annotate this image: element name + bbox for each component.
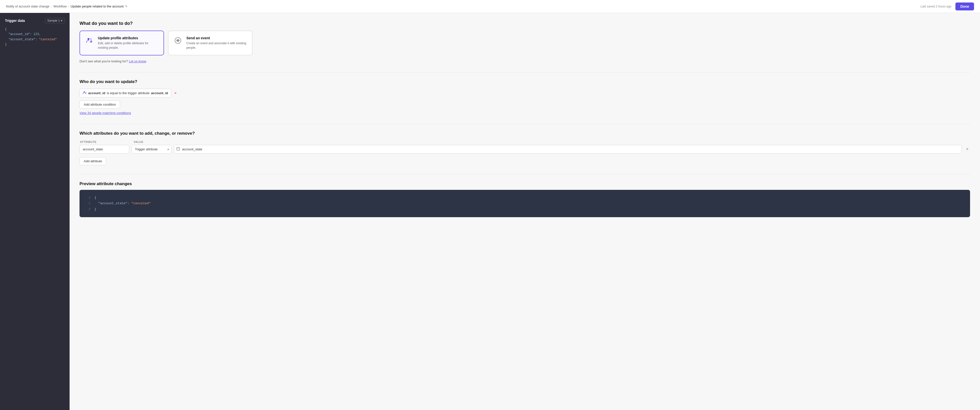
card-update-profile[interactable]: Update profile attributes Edit, add or d…: [80, 30, 164, 56]
card-send-event-title: Send an event: [186, 36, 247, 40]
svg-rect-4: [91, 40, 91, 43]
preview-bracket-open: {: [94, 195, 96, 200]
add-condition-button[interactable]: Add attribute condition: [80, 100, 120, 109]
sidebar-code-val1: 123: [33, 33, 39, 36]
remove-condition-button[interactable]: ×: [173, 91, 177, 96]
svg-point-6: [177, 40, 179, 41]
attr-col-header: ATTRIBUTE: [80, 140, 130, 143]
sidebar-code: { "account_id": 123, "account_state": "c…: [5, 27, 65, 47]
not-seeing-text: Don't see what you're looking for? Let u…: [80, 59, 970, 63]
attribute-row: Trigger attribute Static value Event pro…: [80, 145, 970, 154]
sidebar-code-line4: }: [5, 42, 65, 47]
preview-line-2: 2 "account_state": "canceled": [86, 200, 964, 206]
divider-1: [80, 72, 970, 72]
attr-icon: [83, 91, 87, 95]
update-profile-icon: [85, 36, 94, 45]
condition-attr: account_id: [88, 91, 105, 95]
divider-2: [80, 124, 970, 124]
sidebar-code-key1: "account_id": [8, 33, 30, 36]
main-content: What do you want to do?: [70, 13, 980, 410]
trigger-type-select[interactable]: Trigger attribute Static value Event pro…: [132, 145, 172, 154]
remove-attribute-button[interactable]: ×: [964, 146, 970, 152]
condition-tag: account_id is equal to the trigger attri…: [80, 89, 171, 97]
breadcrumb: Notify of account state change › Workflo…: [6, 5, 128, 8]
attrs-section: Which attributes do you want to add, cha…: [80, 131, 970, 165]
line-num-1: 1: [86, 195, 91, 200]
card-update-profile-desc: Edit, add or delete profile attributes f…: [98, 41, 159, 50]
layout: Trigger data Sample 1 ▾ { "account_id": …: [0, 13, 980, 410]
condition-value: account_id: [151, 91, 168, 95]
condition-operator: is equal to the trigger attribute: [107, 91, 150, 95]
breadcrumb-step2[interactable]: Workflow: [53, 5, 67, 8]
line-num-2: 2: [86, 200, 91, 206]
sidebar-code-key2: "account_state": [8, 38, 35, 41]
card-update-profile-content: Update profile attributes Edit, add or d…: [98, 36, 159, 50]
breadcrumb-sep1: ›: [51, 5, 52, 8]
value-col-header: VALUE: [134, 140, 970, 143]
card-send-event-content: Send an event Create an event and associ…: [186, 36, 247, 50]
card-send-event-desc: Create an event and associate it with ex…: [186, 41, 247, 50]
done-button[interactable]: Done: [955, 3, 974, 10]
chevron-down-icon: ▾: [61, 19, 62, 22]
not-seeing-end: .: [146, 59, 147, 63]
preview-key: "account_state": "canceled": [94, 200, 151, 206]
sample-label: Sample 1: [47, 19, 60, 22]
trigger-type-wrapper: Trigger attribute Static value Event pro…: [132, 145, 172, 154]
view-matching-link[interactable]: View 34 people matching conditions: [80, 111, 131, 115]
add-attribute-button[interactable]: Add attribute: [80, 157, 107, 165]
sample-selector[interactable]: Sample 1 ▾: [45, 18, 65, 23]
breadcrumb-step1[interactable]: Notify of account state change: [6, 5, 49, 8]
sidebar: Trigger data Sample 1 ▾ { "account_id": …: [0, 13, 70, 410]
line-num-3: 3: [86, 207, 91, 212]
preview-bracket-close: }: [94, 207, 96, 212]
svg-point-0: [88, 38, 89, 40]
let-us-know-link[interactable]: Let us know: [129, 59, 146, 63]
what-title: What do you want to do?: [80, 21, 970, 26]
attr-value-wrapper: [174, 145, 962, 154]
svg-rect-10: [86, 92, 86, 94]
preview-title: Preview attribute changes: [80, 181, 970, 186]
what-section: What do you want to do?: [80, 21, 970, 63]
condition-row: account_id is equal to the trigger attri…: [80, 89, 970, 97]
not-seeing-label: Don't see what you're looking for?: [80, 59, 128, 63]
action-cards: Update profile attributes Edit, add or d…: [80, 30, 970, 56]
edit-icon[interactable]: ✎: [125, 5, 128, 8]
which-title: Which attributes do you want to add, cha…: [80, 131, 970, 136]
svg-point-1: [90, 38, 92, 40]
who-title: Who do you want to update?: [80, 79, 970, 84]
preview-line-1: 1 {: [86, 195, 964, 200]
preview-line-3: 3 }: [86, 207, 964, 212]
sidebar-code-val2: "canceled": [39, 38, 57, 41]
card-update-profile-title: Update profile attributes: [98, 36, 159, 40]
header: Notify of account state change › Workflo…: [0, 0, 980, 13]
sidebar-header: Trigger data Sample 1 ▾: [5, 18, 65, 23]
attr-table-header: ATTRIBUTE VALUE: [80, 140, 970, 143]
breadcrumb-sep2: ›: [68, 5, 69, 8]
send-event-icon: [173, 36, 182, 45]
preview-section: Preview attribute changes 1 { 2 "account…: [80, 181, 970, 217]
sidebar-title: Trigger data: [5, 19, 25, 22]
last-saved-text: Last saved 2 hours ago: [920, 5, 951, 8]
card-send-event[interactable]: Send an event Create an event and associ…: [168, 30, 253, 56]
sidebar-code-line1: {: [5, 27, 65, 32]
divider-3: [80, 174, 970, 175]
sidebar-code-line3: "account_state": "canceled": [5, 37, 65, 42]
attribute-value-input[interactable]: [174, 145, 962, 154]
who-section: Who do you want to update? account_id is: [80, 79, 970, 115]
attribute-name-input[interactable]: [80, 145, 129, 154]
breadcrumb-current-label: Update people related to the account: [70, 5, 124, 8]
header-right: Last saved 2 hours ago Done: [920, 3, 974, 10]
preview-code-block: 1 { 2 "account_state": "canceled" 3 }: [80, 190, 970, 217]
sidebar-code-line2: "account_id": 123,: [5, 32, 65, 37]
svg-point-7: [84, 91, 85, 93]
breadcrumb-current: Update people related to the account ✎: [70, 5, 128, 8]
